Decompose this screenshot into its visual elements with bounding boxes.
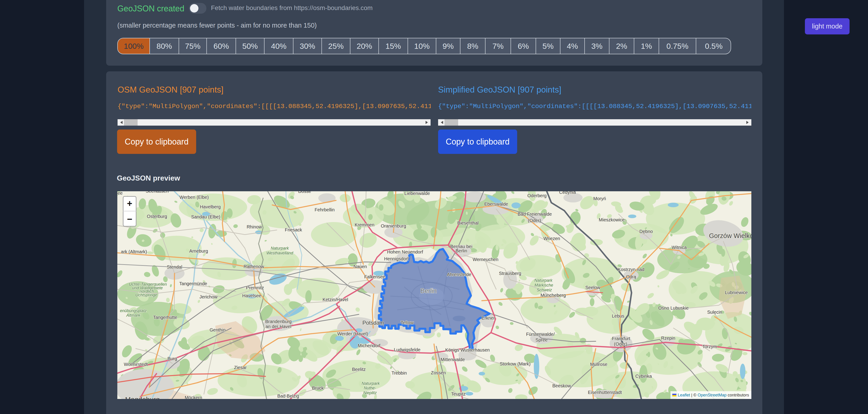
svg-text:enübungsplatz: enübungsplatz: [120, 308, 147, 313]
svg-text:Altmark: Altmark: [126, 313, 140, 318]
svg-text:Mieszkowice: Mieszkowice: [599, 217, 624, 222]
svg-text:Seehausen: Seehausen: [146, 191, 168, 194]
svg-text:Osterburg: Osterburg: [147, 214, 167, 219]
svg-text:Biesenthal: Biesenthal: [457, 220, 478, 226]
svg-text:Storkow (Mark): Storkow (Mark): [500, 361, 531, 366]
svg-text:Ludwigsfelde: Ludwigsfelde: [394, 347, 421, 352]
svg-text:Brück: Brück: [312, 385, 324, 390]
svg-text:Rhinow: Rhinow: [247, 224, 262, 229]
svg-text:Ketzin/Havel: Ketzin/Havel: [322, 297, 348, 302]
svg-text:Rathenow: Rathenow: [244, 264, 264, 269]
svg-text:Potsdam: Potsdam: [363, 320, 384, 326]
svg-text:Michendorf: Michendorf: [358, 343, 380, 348]
svg-text:Stendal: Stendal: [167, 264, 182, 269]
svg-text:Premnitz: Premnitz: [246, 285, 264, 290]
svg-text:Eberswalde: Eberswalde: [484, 202, 508, 207]
svg-text:Brandenburg: Brandenburg: [265, 319, 291, 324]
svg-text:Nauen: Nauen: [353, 264, 367, 269]
svg-text:Eisenhüttenstadt: Eisenhüttenstadt: [588, 390, 622, 395]
svg-text:Seelow: Seelow: [585, 285, 600, 290]
svg-text:Naturpark: Naturpark: [271, 246, 289, 250]
svg-text:Gorzów Wielkopolski: Gorzów Wielkopolski: [709, 232, 751, 239]
svg-text:Spree: Spree: [535, 337, 548, 343]
svg-text:Sulęcin: Sulęcin: [707, 309, 722, 315]
svg-text:Lubniewice: Lubniewice: [725, 290, 748, 295]
svg-text:Bad Belzig: Bad Belzig: [277, 393, 299, 398]
svg-text:Rzepin: Rzepin: [661, 335, 675, 341]
svg-text:Ośno Lubuskie: Ośno Lubuskie: [658, 305, 688, 310]
svg-text:Odrą: Odrą: [626, 274, 636, 279]
svg-text:Werder (Havel): Werder (Havel): [337, 331, 368, 336]
svg-text:Müncheberg: Müncheberg: [540, 293, 566, 298]
svg-text:Magdeburg: Magdeburg: [125, 395, 160, 399]
svg-text:Trebbin: Trebbin: [392, 371, 407, 376]
svg-text:Oderberg: Oderberg: [527, 193, 547, 198]
svg-text:Kostrzyn nad: Kostrzyn nad: [618, 267, 645, 272]
svg-text:Jerichow: Jerichow: [199, 294, 218, 299]
svg-text:Königs Wusterhausen: Königs Wusterhausen: [445, 348, 490, 352]
svg-text:Berlin: Berlin: [420, 287, 437, 294]
svg-text:Ahrensfelde: Ahrensfelde: [447, 272, 471, 277]
svg-text:Cybinka: Cybinka: [636, 374, 652, 379]
svg-text:an der Havel: an der Havel: [266, 324, 291, 329]
svg-text:Wolmirstedt: Wolmirstedt: [124, 362, 148, 367]
svg-text:Strausberg: Strausberg: [499, 271, 521, 276]
svg-text:Nuthe-: Nuthe-: [364, 386, 376, 390]
svg-text:Cedynia: Cedynia: [559, 191, 576, 195]
svg-text:Friesack: Friesack: [285, 227, 302, 232]
svg-text:Teupitz: Teupitz: [451, 391, 465, 396]
svg-text:Beeskow: Beeskow: [552, 383, 571, 388]
svg-text:Dębno: Dębno: [640, 229, 653, 234]
svg-text:Torzym: Torzym: [702, 344, 717, 349]
svg-text:Genthin: Genthin: [210, 327, 225, 332]
svg-text:Mittenwalde: Mittenwalde: [441, 357, 465, 362]
svg-text:Werben (Elbe): Werben (Elbe): [180, 195, 209, 200]
svg-text:Havelsee: Havelsee: [242, 293, 261, 298]
svg-text:Fehrbellin: Fehrbellin: [315, 207, 335, 212]
svg-text:Arneburg: Arneburg: [189, 248, 208, 254]
svg-text:Falkensee: Falkensee: [364, 274, 385, 279]
svg-text:Beelitz: Beelitz: [352, 367, 366, 372]
svg-text:Naturpark: Naturpark: [534, 278, 553, 283]
svg-text:(Oder): (Oder): [614, 342, 627, 347]
svg-text:Westhavelland: Westhavelland: [266, 251, 293, 255]
svg-text:Teltow: Teltow: [401, 320, 414, 325]
svg-text:Hennigsdorf: Hennigsdorf: [384, 256, 409, 261]
svg-text:Erkner: Erkner: [482, 316, 495, 321]
svg-text:Bad Freienwalde: Bad Freienwalde: [518, 212, 552, 216]
svg-text:Dosse: Dosse: [298, 191, 311, 194]
svg-text:Witnica: Witnica: [672, 245, 687, 250]
svg-text:Fürstenwalde/: Fürstenwalde/: [526, 332, 555, 337]
svg-text:Burg: Burg: [167, 356, 177, 361]
svg-text:see: see: [117, 191, 123, 196]
svg-text:Berlin: Berlin: [456, 248, 467, 253]
svg-text:Zossen: Zossen: [431, 370, 446, 375]
svg-text:ark (Altmark): ark (Altmark): [121, 249, 147, 254]
svg-text:Frankfurt: Frankfurt: [612, 336, 630, 341]
svg-text:Oranienburg: Oranienburg: [381, 224, 406, 229]
svg-text:Havelberg: Havelberg: [200, 204, 220, 209]
svg-text:Kremmen: Kremmen: [355, 222, 375, 227]
svg-text:(Oder): (Oder): [528, 218, 541, 223]
svg-text:Märkische: Märkische: [534, 283, 553, 288]
svg-text:Möckern: Möckern: [185, 395, 202, 399]
svg-text:Werneuchen: Werneuchen: [472, 257, 498, 262]
svg-text:Liebenwalde: Liebenwalde: [404, 191, 430, 196]
svg-text:Tangerhütte: Tangerhütte: [153, 315, 177, 320]
svg-text:Moryń: Moryń: [593, 196, 606, 201]
svg-text:Sandau (Elbe): Sandau (Elbe): [191, 214, 220, 219]
svg-text:Wriezen: Wriezen: [544, 236, 560, 241]
svg-text:Naturpark: Naturpark: [362, 381, 380, 386]
svg-text:Schweiz: Schweiz: [536, 288, 552, 292]
svg-text:Ziesar: Ziesar: [234, 365, 247, 370]
svg-text:Uchtspringe: Uchtspringe: [135, 293, 157, 297]
svg-text:Tangermünde: Tangermünde: [179, 281, 207, 286]
svg-text:Hohen Neuendorf: Hohen Neuendorf: [387, 249, 423, 255]
svg-text:Lebus: Lebus: [612, 314, 624, 319]
svg-text:Müllrose: Müllrose: [590, 362, 608, 367]
svg-text:Nieplitz: Nieplitz: [363, 390, 377, 395]
